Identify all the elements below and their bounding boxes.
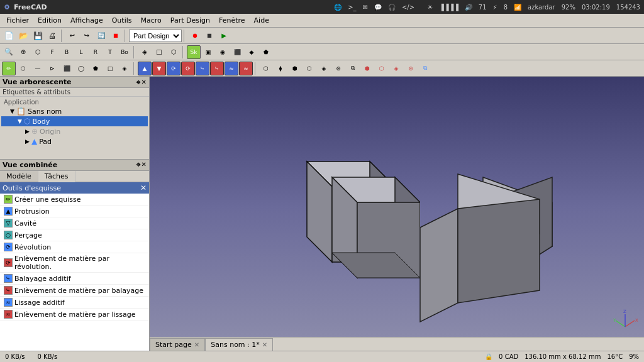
pd3-btn9[interactable]: ◈ [118,62,131,75]
tool-cavite[interactable]: ▽ Cavité [0,217,149,229]
redo-button[interactable]: ↪ [80,29,94,43]
tool-percage[interactable]: ○ Perçage [0,229,149,241]
tool-protrusion[interactable]: ▲ Protrusion [0,206,149,217]
refresh-button[interactable]: 🔄 [94,29,108,43]
pd3-btn20[interactable]: ⬢ [288,62,302,75]
tab-modele[interactable]: Modèle [0,171,38,182]
menu-aide[interactable]: Aide [250,15,273,26]
expand-arrow0[interactable]: ▼ [10,108,16,114]
pd-tool3[interactable]: ⬛ [230,45,244,59]
vue-close-icon[interactable]: ✕ [142,161,147,169]
pd3-btn24[interactable]: ⧉ [346,62,360,75]
pd3-btn28[interactable]: ⊛ [404,62,418,75]
pd3-btn22[interactable]: ◈ [317,62,331,75]
pd3-btn23[interactable]: ⊛ [331,62,345,75]
pd-tool1[interactable]: ▣ [201,45,215,59]
tree-item-sansnom[interactable]: ▼ 📋 Sans nom [1,106,148,116]
menu-fenetre[interactable]: Fenêtre [215,15,249,26]
view-top-btn[interactable]: T [103,45,117,59]
view-right-btn[interactable]: R [89,45,103,59]
pd3-btn27[interactable]: ◈ [389,62,403,75]
tree-item-origin[interactable]: ▶ ⊕ Origin [1,126,148,136]
sep6 [133,62,136,75]
tab-start-page[interactable]: Start page ✕ [150,338,205,351]
menu-fichier[interactable]: Fichier [3,15,33,26]
menu-macro[interactable]: Macro [136,15,165,26]
titlebar: ⚙ FreeCAD 🌐 >_ ✉ 💬 🎧 </> ☀ ▐▐▐▐ 🔊 71 ⚡ 8… [0,0,644,14]
pd3-btn1[interactable]: ✏ [2,62,16,75]
pd3-btn21[interactable]: ⬡ [303,62,316,75]
pd3-btn6[interactable]: ◯ [74,62,88,75]
tool-revolution[interactable]: ⟳ Révolution [0,241,149,253]
pd-tool4[interactable]: ◆ [245,45,258,59]
viewport-3d[interactable]: X Y Z [150,77,644,337]
pd-tool2[interactable]: ◉ [216,45,230,59]
tool-enlevement-bal[interactable]: ⤷ Enlèvement de matière par balayage [0,285,149,297]
save-button[interactable]: 💾 [31,29,45,43]
view-left-btn[interactable]: L [74,45,88,59]
play-button[interactable]: ▶ [217,29,231,43]
workbench-select[interactable]: Part Design [129,30,182,42]
menu-outils[interactable]: Outils [108,15,136,26]
pd3-btn29[interactable]: ⧉ [418,62,432,75]
pd3-btn15[interactable]: ⤷ [210,62,224,75]
view-bottom-btn[interactable]: Bo [118,45,131,59]
pd3-btn10[interactable]: ▲ [138,62,152,75]
start-page-close[interactable]: ✕ [194,341,199,348]
pd3-btn12[interactable]: ⟳ [167,62,180,75]
outils-close-button[interactable]: ✕ [140,184,147,192]
pd3-btn5[interactable]: ⬛ [60,62,74,75]
tree-item-pad[interactable]: ▶ ▲ Pad [1,136,148,146]
view-back-btn[interactable]: B [60,45,74,59]
new-button[interactable]: 📄 [2,29,16,43]
pd3-btn14[interactable]: ⤷ [196,62,209,75]
expand-arrow1[interactable]: ▼ [18,118,24,124]
tree-sync-icon[interactable]: ⎆ [136,79,140,85]
stop-rec-button[interactable]: ⏹ [203,29,216,43]
pd3-btn18[interactable]: ⬡ [259,62,273,75]
menu-affichage[interactable]: Affichage [67,15,107,26]
tree-item-body[interactable]: ▼ ⬡ Body [1,116,148,126]
view-iso-btn[interactable]: ◈ [138,45,152,59]
stop-button[interactable]: ⏹ [109,29,123,43]
tool-creer-esquisse[interactable]: ✏ Créer une esquisse [0,194,149,206]
pd3-btn2[interactable]: ⬡ [16,62,30,75]
expand-arrow3[interactable]: ▶ [25,138,31,145]
tool-balayage[interactable]: ⤷ Balayage additif [0,273,149,285]
pd3-btn7[interactable]: ⬟ [89,62,103,75]
pd3-btn3[interactable]: — [31,62,45,75]
expand-arrow2[interactable]: ▶ [25,128,31,134]
view-ortho-btn[interactable]: □ [152,45,166,59]
pd3-btn16[interactable]: ≈ [225,62,238,75]
pd3-btn11[interactable]: ▼ [152,62,166,75]
undo-button[interactable]: ↩ [65,29,79,43]
tree-close-icon[interactable]: ✕ [142,79,147,85]
tab-sansnom[interactable]: Sans nom : 1* ✕ [205,338,273,351]
pd-tool5[interactable]: ⬟ [259,45,273,59]
print-button[interactable]: 🖨 [45,29,59,43]
view-3d-btn[interactable]: ⬡ [31,45,45,59]
pd3-btn4[interactable]: ⊳ [45,62,59,75]
pd3-btn8[interactable]: □ [103,62,117,75]
pd3-btn13[interactable]: ⟳ [181,62,195,75]
zoom-all-btn[interactable]: 🔍 [2,45,16,59]
zoom-sel-btn[interactable]: ⊕ [16,45,30,59]
view-persp-btn[interactable]: ⬡ [167,45,180,59]
tab-taches[interactable]: Tâches [38,171,75,182]
record-button[interactable]: ⏺ [188,29,202,43]
sansnom-tab-close[interactable]: ✕ [262,341,267,348]
tool-enlevement-lis[interactable]: ≈ Enlèvement de matière par lissage [0,309,149,321]
pd3-btn19[interactable]: ⧫ [274,62,287,75]
pd3-btn17[interactable]: ≈ [239,62,253,75]
sketch-btn[interactable]: Sk [187,45,201,59]
tool-enlevement-rev[interactable]: ⟳ Enlèvement de matière par révolution. [0,253,149,273]
pd3-btn25[interactable]: ⬢ [360,62,374,75]
tool-lissage[interactable]: ≈ Lissage additif [0,297,149,309]
pd3-btn26[interactable]: ⬡ [375,62,389,75]
cpu-icon: ⚡ [493,4,497,11]
vue-sync-icon[interactable]: ⎆ [136,161,140,169]
open-button[interactable]: 📂 [16,29,30,43]
menu-edition[interactable]: Edition [34,15,65,26]
menu-partdesign[interactable]: Part Design [167,15,214,26]
view-front-btn[interactable]: F [45,45,59,59]
